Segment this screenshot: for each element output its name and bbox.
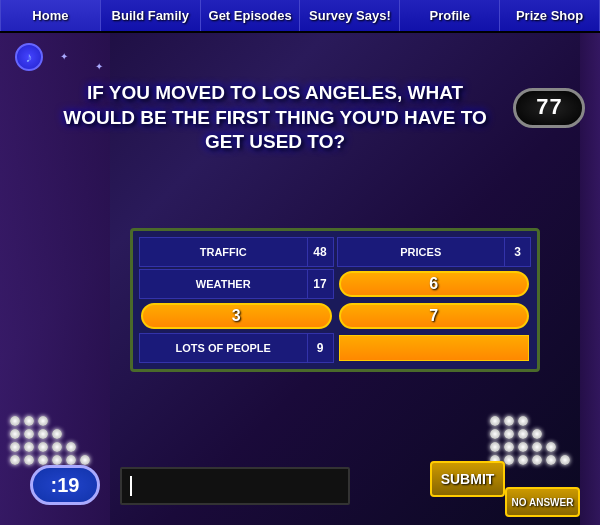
answer-orange-3: 3 (141, 303, 332, 329)
nav-survey-says[interactable]: Survey Says! (300, 0, 400, 31)
countdown-badge: :19 (30, 465, 100, 505)
nav-prize-shop[interactable]: Prize Shop (500, 0, 600, 31)
answer-orange-6: 6 (339, 271, 530, 297)
nav-profile[interactable]: Profile (400, 0, 500, 31)
answer-empty (339, 335, 530, 361)
answer-board: TRAFFIC 48 WEATHER 17 3 LOTS OF PEOPLE 9 (130, 228, 540, 372)
right-answers: PRICES 3 6 7 (337, 237, 532, 363)
countdown-value: :19 (51, 474, 80, 497)
answer-label-weather: WEATHER (139, 269, 308, 299)
timer-badge: 77 (513, 88, 585, 128)
floor-dots-right (490, 416, 570, 465)
answer-input[interactable] (120, 467, 350, 505)
answer-label-prices: PRICES (337, 237, 506, 267)
floor-dots-left (10, 416, 90, 465)
answer-label-traffic: TRAFFIC (139, 237, 308, 267)
navbar: Home Build Family Get Episodes Survey Sa… (0, 0, 600, 33)
question-text: IF YOU MOVED TO LOS ANGELES, WHAT WOULD … (50, 81, 500, 155)
answer-row-weather: WEATHER 17 (139, 269, 334, 299)
answer-row-prices: PRICES 3 (337, 237, 532, 267)
answer-row-lots: LOTS OF PEOPLE 9 (139, 333, 334, 363)
answer-row-traffic: TRAFFIC 48 (139, 237, 334, 267)
music-icon[interactable]: ♪ (15, 43, 43, 71)
answer-score-lots: 9 (308, 333, 334, 363)
nav-get-episodes[interactable]: Get Episodes (201, 0, 301, 31)
answer-score-prices: 3 (505, 237, 531, 267)
board-grid: TRAFFIC 48 WEATHER 17 3 LOTS OF PEOPLE 9 (139, 237, 531, 363)
nav-build-family[interactable]: Build Family (101, 0, 201, 31)
nav-home[interactable]: Home (0, 0, 101, 31)
answer-row-6: 6 (337, 269, 532, 299)
answer-row-3: 3 (139, 301, 334, 331)
answer-orange-7: 7 (339, 303, 530, 329)
no-answer-button[interactable]: NO ANSWER (505, 487, 580, 517)
left-answers: TRAFFIC 48 WEATHER 17 3 LOTS OF PEOPLE 9 (139, 237, 334, 363)
game-area: ♪ ✦ ✦ 77 IF YOU MOVED TO LOS ANGELES, WH… (0, 33, 600, 525)
answer-row-empty (337, 333, 532, 363)
submit-button[interactable]: SUBMIT (430, 461, 505, 497)
answer-score-weather: 17 (308, 269, 334, 299)
star-decoration-1: ✦ (60, 51, 68, 62)
input-cursor (130, 476, 132, 496)
answer-row-7: 7 (337, 301, 532, 331)
answer-label-lots: LOTS OF PEOPLE (139, 333, 308, 363)
timer-value: 77 (536, 96, 562, 121)
answer-score-traffic: 48 (308, 237, 334, 267)
star-decoration-2: ✦ (95, 61, 103, 72)
